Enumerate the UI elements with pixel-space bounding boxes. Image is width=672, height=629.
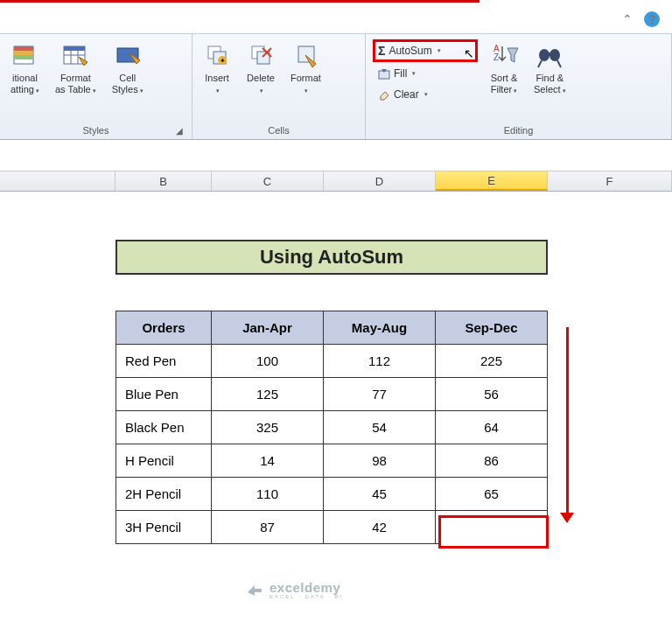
find-select-button[interactable]: Find & Select▾ xyxy=(530,38,570,97)
svg-rect-2 xyxy=(14,51,33,55)
dialog-launcher-icon[interactable]: ◢ xyxy=(176,126,183,136)
svg-text:✦: ✦ xyxy=(220,57,226,65)
top-red-line xyxy=(0,0,480,3)
table-header[interactable]: May-Aug xyxy=(324,311,436,345)
insert-icon: ✦ xyxy=(203,39,231,71)
sort-filter-icon: AZ xyxy=(490,39,518,71)
fill-icon xyxy=(378,67,390,80)
ribbon-group-editing: Σ AutoSum ▾ ↖ Fill ▾ Clear ▾ A xyxy=(366,34,672,139)
format-button[interactable]: Format▾ xyxy=(287,38,325,97)
cursor-icon: ↖ xyxy=(464,46,474,60)
clear-button[interactable]: Clear ▾ xyxy=(373,85,478,104)
watermark: exceldemy EXCEL · DATA · BI xyxy=(245,580,343,599)
sort-filter-button[interactable]: AZ Sort & Filter▾ xyxy=(486,38,522,97)
delete-icon xyxy=(247,39,275,71)
format-as-table-icon xyxy=(61,39,89,71)
table-cell[interactable]: Blue Pen xyxy=(116,378,212,411)
title-cell[interactable]: Using AutoSum xyxy=(116,240,548,275)
table-cell[interactable]: 14 xyxy=(212,444,324,478)
svg-line-26 xyxy=(557,60,561,67)
group-label-editing: Editing xyxy=(373,123,664,137)
selected-cell[interactable] xyxy=(438,515,549,549)
table-cell[interactable]: 98 xyxy=(324,444,436,478)
table-cell[interactable]: H Pencil xyxy=(116,444,212,478)
insert-button[interactable]: ✦ Insert▾ xyxy=(200,38,234,97)
table-cell[interactable]: 54 xyxy=(324,411,436,444)
table-row: Red Pen100112225 xyxy=(116,345,548,378)
table-cell[interactable]: 3H Pencil xyxy=(116,511,212,544)
titlebar-right: ⌃ ? xyxy=(620,11,660,27)
format-as-table-button[interactable]: Format as Table▾ xyxy=(52,38,100,97)
table-row: Black Pen3255464 xyxy=(116,411,548,444)
ribbon-group-cells: ✦ Insert▾ Delete▾ Format▾ Cells xyxy=(192,34,366,139)
column-header-edge[interactable] xyxy=(0,171,116,191)
worksheet[interactable]: Using AutoSum OrdersJan-AprMay-AugSep-De… xyxy=(0,192,672,629)
group-label-cells: Cells xyxy=(200,123,358,137)
table-cell[interactable]: 77 xyxy=(324,378,436,411)
format-icon xyxy=(291,39,319,71)
column-header-B[interactable]: B xyxy=(116,171,212,191)
help-icon[interactable]: ? xyxy=(644,11,660,27)
table-cell[interactable]: 65 xyxy=(436,478,548,511)
delete-button[interactable]: Delete▾ xyxy=(243,38,278,97)
table-cell[interactable]: 56 xyxy=(436,378,548,411)
annotation-arrow-head xyxy=(560,513,574,523)
svg-rect-24 xyxy=(548,52,551,56)
svg-line-25 xyxy=(538,60,542,67)
svg-rect-5 xyxy=(64,46,85,51)
table-cell[interactable]: 112 xyxy=(324,345,436,378)
ribbon-group-styles: itional atting▾ Format as Table▾ Cell St… xyxy=(0,34,192,139)
sigma-icon: Σ xyxy=(378,44,385,58)
svg-rect-18 xyxy=(298,46,314,62)
column-header-C[interactable]: C xyxy=(212,171,324,191)
table-row: H Pencil149886 xyxy=(116,444,548,478)
conditional-formatting-button[interactable]: itional atting▾ xyxy=(7,38,43,97)
conditional-formatting-icon xyxy=(10,39,38,71)
ribbon: itional atting▾ Format as Table▾ Cell St… xyxy=(0,33,672,140)
find-select-icon xyxy=(536,39,564,71)
table-header[interactable]: Orders xyxy=(116,311,212,345)
watermark-icon xyxy=(245,580,264,599)
table-cell[interactable]: 225 xyxy=(436,345,548,378)
table-cell[interactable]: 45 xyxy=(324,478,436,511)
data-table: OrdersJan-AprMay-AugSep-Dec Red Pen10011… xyxy=(116,311,548,544)
table-header[interactable]: Sep-Dec xyxy=(436,311,548,345)
table-header[interactable]: Jan-Apr xyxy=(212,311,324,345)
fill-button[interactable]: Fill ▾ xyxy=(373,64,478,83)
column-header-row: BCDEF xyxy=(0,171,672,192)
collapse-ribbon-icon[interactable]: ⌃ xyxy=(620,11,635,27)
table-cell[interactable]: 86 xyxy=(436,444,548,478)
column-header-D[interactable]: D xyxy=(324,171,436,191)
column-header-E[interactable]: E xyxy=(436,171,548,191)
table-cell[interactable]: 87 xyxy=(212,511,324,544)
svg-rect-3 xyxy=(14,55,33,59)
annotation-arrow xyxy=(566,327,569,515)
column-header-F[interactable]: F xyxy=(548,171,672,191)
table-cell[interactable]: 42 xyxy=(324,511,436,544)
table-cell[interactable]: Black Pen xyxy=(116,411,212,444)
cell-styles-button[interactable]: Cell Styles▾ xyxy=(108,38,147,97)
table-cell[interactable]: Red Pen xyxy=(116,345,212,378)
svg-rect-1 xyxy=(14,46,33,51)
table-cell[interactable]: 325 xyxy=(212,411,324,444)
table-row: 2H Pencil1104565 xyxy=(116,478,548,511)
table-cell[interactable]: 64 xyxy=(436,411,548,444)
table-cell[interactable]: 100 xyxy=(212,345,324,378)
eraser-icon xyxy=(378,88,390,101)
autosum-button[interactable]: Σ AutoSum ▾ ↖ xyxy=(373,39,478,62)
table-cell[interactable]: 110 xyxy=(212,478,324,511)
group-label-styles: Styles◢ xyxy=(7,123,185,137)
table-cell[interactable]: 125 xyxy=(212,378,324,411)
cell-styles-icon xyxy=(114,39,142,71)
svg-text:Z: Z xyxy=(494,52,499,62)
table-cell[interactable]: 2H Pencil xyxy=(116,478,212,511)
table-header-row: OrdersJan-AprMay-AugSep-Dec xyxy=(116,311,548,345)
table-row: Blue Pen1257756 xyxy=(116,378,548,411)
